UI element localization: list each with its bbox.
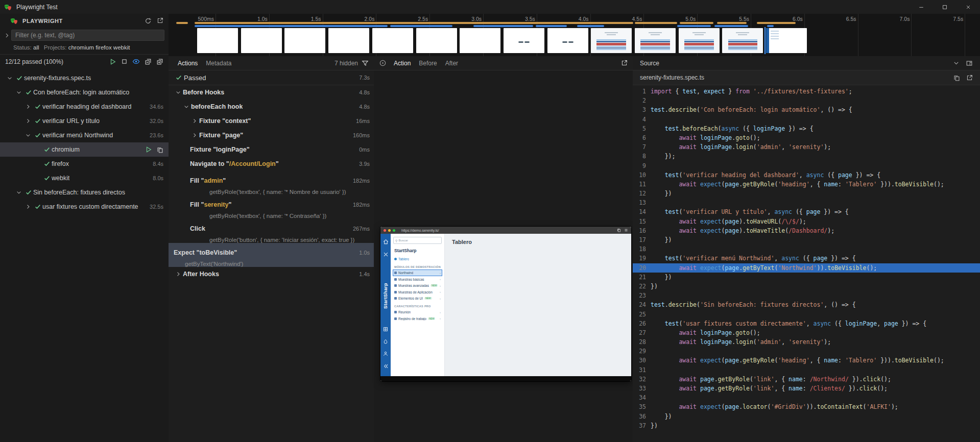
app-nav-reuni-n: Reunión› [393,309,442,315]
snapshot-tabbar: ActionBeforeAfter [374,56,633,70]
chevron-right-icon[interactable] [23,204,33,210]
app-nav-northwind: Northwind› [393,270,442,276]
app-nav-tablero: Tablero [393,256,442,262]
action-step[interactable]: beforeEach hook4.8s [169,100,374,114]
action-step[interactable]: After Hooks1.4s [169,267,374,281]
action-step[interactable]: Fixture "loginPage"0ms [169,142,374,157]
action-step[interactable]: Expect "toBeVisible"1.0sgetByText('North… [169,243,374,267]
app-nav-registro-de-trabajo: Registro de trabajoNEW› [393,316,442,322]
tab-after[interactable]: After [441,56,462,70]
action-step[interactable]: Fixture "context"16ms [169,114,374,128]
step-label: Fixture "loginPage" [190,146,250,153]
pass-check-icon [174,74,184,81]
app-menu: TableroMÓDULOS DE DEMOSTRACIÓNNorthwind›… [393,256,442,322]
chevron-down-icon[interactable] [14,89,23,95]
run-test-icon[interactable] [145,146,152,153]
tree-item-webkit[interactable]: webkit8.0s [0,171,169,185]
step-duration: 16ms [352,118,370,124]
chevron-down-icon[interactable] [182,104,191,110]
tree-item-serenity-fixtures-spec-ts[interactable]: serenity-fixtures.spec.ts [0,71,169,85]
code-line-37: 37}) [633,421,980,430]
timeline-filmstrip[interactable]: 500ms1.0s1.5s2.0s2.5s3.0s3.5s4.0s4.5s5.0… [169,14,980,57]
nav-item-icon [394,284,397,287]
tree-item-sin-beforeeach-fixtures-directos[interactable]: Sin beforeEach: fixtures directos [0,185,169,200]
tree-item-label: Sin beforeEach: fixtures directos [33,189,125,196]
test-tree: serenity-fixtures.spec.tsCon beforeEach:… [0,71,169,442]
copy-icon[interactable] [953,75,960,81]
tab-actions[interactable]: Actions [174,56,202,70]
toggle-panel-icon[interactable] [966,60,973,67]
tab-before[interactable]: Before [415,56,441,70]
filter-input[interactable] [11,30,164,41]
open-snapshot-external-icon[interactable] [621,60,628,66]
step-label: Click [190,225,205,232]
source-file-tab[interactable]: serenity-fixtures.spec.ts [633,70,980,85]
action-step[interactable]: Navigate to "/Account/Login"3.9s [169,157,374,171]
chevron-right-icon[interactable] [23,104,33,110]
pass-check-icon [42,160,52,167]
tree-item-label: webkit [52,175,69,182]
tree-item-usar-fixtures-custom-directamente[interactable]: usar fixtures custom directamente32.5s [0,200,169,214]
watch-all-icon[interactable] [132,58,140,65]
chevron-down-icon[interactable] [5,75,14,81]
code-line-16: 16 await expect(page).toHaveTitle(/Dashb… [633,226,980,235]
filter-funnel-icon[interactable] [362,60,369,67]
open-external-icon[interactable] [157,17,163,24]
pick-locator-icon[interactable] [379,59,387,67]
code-line-33: 33 await page.getByRole('link', { name: … [633,384,980,393]
action-step[interactable]: Fill "serenity"182msgetByRole('textbox',… [169,195,374,219]
tree-item-con-beforeeach-login-autom-tico[interactable]: Con beforeEach: login automático [0,85,169,100]
chevron-down-icon[interactable] [953,60,960,66]
action-step[interactable]: Passed7.3s [169,70,374,85]
chevron-right-icon[interactable] [2,32,11,39]
timeline-tick-label: 1.0s [257,16,269,22]
action-step[interactable]: Click267msgetByRole('button', { name: 'I… [169,219,374,243]
action-step[interactable]: Fill "admin"182msgetByRole('textbox', { … [169,171,374,195]
timeline-test-bar [446,22,633,24]
filter-row [0,28,169,43]
minimize-button[interactable] [910,0,933,14]
timeline-position-marker[interactable] [764,27,766,54]
tree-item-verificar-url-y-t-tulo[interactable]: verificar URL y título32.0s [0,114,169,128]
tools-icon [383,252,389,257]
status-value[interactable]: all [33,44,39,51]
step-duration: 7.3s [355,75,370,81]
timeline-tick-label: 2.0s [365,16,376,22]
chevron-right-icon[interactable] [23,118,33,124]
reload-icon[interactable] [145,17,152,24]
tree-item-verificar-men-northwind[interactable]: verificar menú Northwind23.6s [0,128,169,142]
filter-status-line[interactable]: Status: all Projects: chromium firefox w… [0,43,169,55]
tree-item-verificar-heading-del-dashboard[interactable]: verificar heading del dashboard34.6s [0,100,169,114]
chevron-right-icon[interactable] [190,132,199,138]
chevron-down-icon[interactable] [174,89,183,95]
code-line-12: 12 }) [633,189,980,198]
open-file-external-icon[interactable] [966,75,973,81]
maximize-button[interactable] [933,0,957,14]
tree-item-firefox[interactable]: firefox8.4s [0,157,169,171]
source-code: 1import { test, expect } from '../fixtur… [633,87,980,442]
action-step[interactable]: Fixture "page"160ms [169,128,374,142]
status-label: Status: [13,44,32,51]
stop-icon[interactable] [121,58,128,65]
show-source-icon[interactable] [157,146,163,153]
tree-item-chromium[interactable]: chromium [0,142,169,157]
chevron-down-icon[interactable] [23,132,33,138]
code-line-6: 6 await loginPage.goto(); [633,133,980,142]
new-badge: NEW [431,284,438,287]
tab-metadata[interactable]: Metadata [202,56,235,70]
chevron-down-icon[interactable] [14,189,23,195]
action-step[interactable]: Before Hooks4.8s [169,85,374,100]
collapse-all-icon[interactable] [145,58,152,65]
tab-action[interactable]: Action [390,56,415,70]
close-button[interactable] [957,0,980,14]
projects-value[interactable]: chromium firefox webkit [68,44,130,51]
chevron-right-icon[interactable] [190,118,199,124]
expand-all-icon[interactable] [156,58,163,65]
timeline-gridline [911,14,912,56]
chevron-right-icon[interactable] [174,271,183,277]
timeline-tick-label: 3.0s [471,16,483,22]
browser-bottom-bar [380,376,631,381]
run-all-icon[interactable] [109,58,116,65]
step-locator: getByText('Northwind') [174,261,381,267]
tree-item-label: Con beforeEach: login automático [33,89,129,96]
